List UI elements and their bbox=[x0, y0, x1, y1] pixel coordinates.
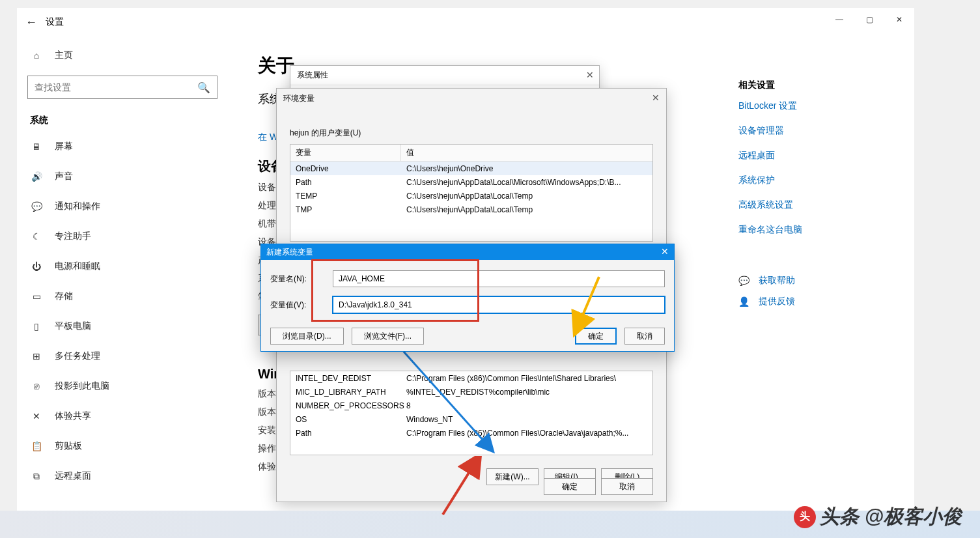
newvar-cancel-button[interactable]: 取消 bbox=[624, 328, 665, 345]
nav-label: 多任务处理 bbox=[55, 350, 100, 362]
nav-item-storage[interactable]: ▭存储 bbox=[17, 281, 228, 311]
nav-label: 投影到此电脑 bbox=[55, 380, 109, 392]
nav-label: 声音 bbox=[55, 171, 73, 182]
nav-item-moon[interactable]: ☾专注助手 bbox=[17, 221, 228, 251]
nav-item-remote[interactable]: ⧉远程桌面 bbox=[17, 461, 228, 491]
newvar-title: 新建系统变量 bbox=[261, 244, 674, 260]
newvar-close[interactable]: ✕ bbox=[661, 246, 669, 257]
browse-dir-button[interactable]: 浏览目录(D)... bbox=[270, 328, 344, 345]
search-box[interactable]: 🔍 bbox=[27, 76, 217, 99]
var-name-label: 变量名(N): bbox=[270, 274, 333, 285]
var-name-input[interactable] bbox=[333, 270, 665, 287]
browse-file-button[interactable]: 浏览文件(F)... bbox=[352, 328, 424, 345]
share-icon: ✕ bbox=[30, 411, 43, 421]
power-icon: ⏻ bbox=[30, 261, 43, 272]
get-help-link[interactable]: 💬获取帮助 bbox=[738, 275, 888, 287]
envvars-title: 环境变量 bbox=[277, 89, 666, 108]
window-title: 设置 bbox=[46, 16, 64, 28]
clipboard-icon: 📋 bbox=[30, 441, 43, 451]
envvars-footer: 确定 取消 bbox=[531, 472, 666, 502]
table-header: 变量 值 bbox=[290, 145, 652, 162]
table-row[interactable]: MIC_LD_LIBRARY_PATH%INTEL_DEV_REDIST%com… bbox=[290, 385, 652, 399]
table-row[interactable]: OSWindows_NT bbox=[290, 412, 652, 426]
nav-label: 专注助手 bbox=[55, 231, 91, 242]
titlebar: ← 设置 bbox=[17, 8, 914, 36]
related-link[interactable]: 系统保护 bbox=[738, 175, 888, 186]
minimize-button[interactable]: — bbox=[824, 8, 854, 31]
user-vars-table[interactable]: 变量 值 OneDriveC:\Users\hejun\OneDrivePath… bbox=[290, 144, 653, 242]
tablet-icon: ▯ bbox=[30, 321, 43, 332]
watermark-logo: 头 bbox=[794, 506, 816, 528]
related-link[interactable]: 高级系统设置 bbox=[738, 199, 888, 211]
multitask-icon: ⊞ bbox=[30, 351, 43, 361]
var-value-input[interactable] bbox=[333, 296, 665, 313]
var-value-label: 变量值(V): bbox=[270, 300, 333, 311]
envvars-close[interactable]: ✕ bbox=[652, 92, 660, 103]
nav-label: 电源和睡眠 bbox=[55, 261, 100, 272]
table-row[interactable]: NUMBER_OF_PROCESSORS8 bbox=[290, 399, 652, 412]
nav-label: 存储 bbox=[55, 290, 73, 302]
home-icon: ⌂ bbox=[30, 50, 43, 61]
related-link[interactable]: 重命名这台电脑 bbox=[738, 224, 888, 236]
system-vars-table[interactable]: INTEL_DEV_REDISTC:\Program Files (x86)\C… bbox=[290, 371, 653, 455]
envvars-cancel[interactable]: 取消 bbox=[601, 478, 653, 495]
nav-item-clipboard[interactable]: 📋剪贴板 bbox=[17, 431, 228, 461]
nav-item-notify[interactable]: 💬通知和操作 bbox=[17, 191, 228, 221]
moon-icon: ☾ bbox=[30, 231, 43, 242]
related-panel: 相关设置 BitLocker 设置设备管理器远程桌面系统保护高级系统设置重命名这… bbox=[738, 79, 888, 317]
notify-icon: 💬 bbox=[30, 201, 43, 212]
watermark: 头 头条 @极客小俊 bbox=[794, 503, 962, 530]
project-icon: ⎚ bbox=[30, 381, 43, 391]
nav-item-share[interactable]: ✕体验共享 bbox=[17, 401, 228, 431]
newvar-ok-button[interactable]: 确定 bbox=[575, 328, 617, 345]
nav-item-power[interactable]: ⏻电源和睡眠 bbox=[17, 251, 228, 281]
nav-label: 体验共享 bbox=[55, 410, 91, 422]
monitor-icon: 🖥 bbox=[30, 141, 43, 152]
related-link[interactable]: BitLocker 设置 bbox=[738, 100, 888, 112]
table-row[interactable]: PathC:\Program Files (x86)\Common Files\… bbox=[290, 426, 652, 440]
table-row[interactable]: TMPC:\Users\hejun\AppData\Local\Temp bbox=[290, 203, 652, 216]
feedback-link[interactable]: 👤提供反馈 bbox=[738, 296, 888, 307]
envvars-ok[interactable]: 确定 bbox=[544, 478, 596, 495]
search-icon: 🔍 bbox=[197, 81, 210, 94]
new-variable-dialog: 新建系统变量 ✕ 变量名(N): 变量值(V): 浏览目录(D)... 浏览文件… bbox=[260, 244, 675, 352]
home-nav[interactable]: ⌂ 主页 bbox=[17, 43, 228, 68]
nav-label: 屏幕 bbox=[55, 141, 73, 152]
search-input[interactable] bbox=[35, 82, 197, 92]
nav-label: 剪贴板 bbox=[55, 440, 82, 452]
sysprops-close[interactable]: ✕ bbox=[586, 70, 594, 80]
table-row[interactable]: OneDriveC:\Users\hejun\OneDrive bbox=[290, 162, 652, 175]
nav-item-tablet[interactable]: ▯平板电脑 bbox=[17, 311, 228, 341]
user-vars-label: hejun 的用户变量(U) bbox=[277, 108, 666, 143]
nav-label: 通知和操作 bbox=[55, 201, 100, 212]
related-link[interactable]: 设备管理器 bbox=[738, 125, 888, 137]
back-button[interactable]: ← bbox=[17, 16, 46, 29]
help-icon: 💬 bbox=[738, 276, 749, 286]
storage-icon: ▭ bbox=[30, 291, 43, 302]
sidebar: ⌂ 主页 🔍 系统 🖥屏幕🔊声音💬通知和操作☾专注助手⏻电源和睡眠▭存储▯平板电… bbox=[17, 36, 228, 498]
feedback-icon: 👤 bbox=[738, 296, 749, 307]
section-header: 系统 bbox=[17, 111, 228, 132]
sound-icon: 🔊 bbox=[30, 171, 43, 182]
related-header: 相关设置 bbox=[738, 79, 888, 91]
nav-item-project[interactable]: ⎚投影到此电脑 bbox=[17, 371, 228, 401]
nav-item-monitor[interactable]: 🖥屏幕 bbox=[17, 132, 228, 162]
nav-label: 远程桌面 bbox=[55, 470, 91, 482]
table-row[interactable]: PathC:\Users\hejun\AppData\Local\Microso… bbox=[290, 175, 652, 189]
related-link[interactable]: 远程桌面 bbox=[738, 150, 888, 162]
sysprops-title: 系统属性 bbox=[290, 66, 599, 85]
close-button[interactable]: ✕ bbox=[884, 8, 914, 31]
remote-icon: ⧉ bbox=[30, 471, 43, 482]
home-label: 主页 bbox=[55, 50, 73, 61]
table-row[interactable]: INTEL_DEV_REDISTC:\Program Files (x86)\C… bbox=[290, 371, 652, 385]
maximize-button[interactable]: ▢ bbox=[854, 8, 884, 31]
nav-label: 平板电脑 bbox=[55, 320, 91, 332]
nav-item-multitask[interactable]: ⊞多任务处理 bbox=[17, 341, 228, 371]
nav-item-sound[interactable]: 🔊声音 bbox=[17, 162, 228, 191]
table-row[interactable]: TEMPC:\Users\hejun\AppData\Local\Temp bbox=[290, 189, 652, 203]
